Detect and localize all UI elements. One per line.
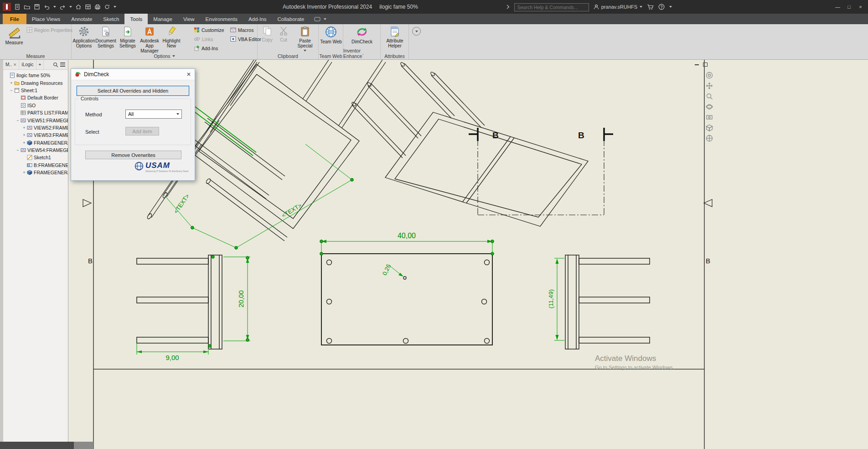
cut-button[interactable]: Cut	[277, 26, 290, 42]
tree-item-view53[interactable]: + VIEW53:FRAMEGENE...	[3, 131, 68, 139]
remove-overwrites-button[interactable]: Remove Overwrites	[85, 151, 181, 159]
tab-collaborate[interactable]: Collaborate	[272, 14, 310, 24]
tree-item-root[interactable]: ilogic fame 50%	[3, 72, 68, 79]
links-button[interactable]: Links	[194, 36, 213, 42]
print-icon[interactable]	[94, 4, 101, 10]
document-minimize-icon[interactable]	[695, 64, 699, 65]
browser-search-icon[interactable]	[53, 62, 58, 68]
full-navigation-icon[interactable]	[706, 135, 713, 142]
browser-tab-ilogic[interactable]: iLogic	[19, 60, 36, 69]
tree-item-default-border[interactable]: Default Border	[3, 94, 68, 101]
front-view[interactable]	[137, 255, 222, 349]
ribbon-display-icon[interactable]	[314, 14, 326, 24]
app-manager-button[interactable]: Autodesk App Manager	[139, 26, 160, 53]
tree-item-parts-list[interactable]: PARTS LIST:FRAMEGEN...	[3, 109, 68, 116]
tree-item-drawing-resources[interactable]: + Drawing Resources	[3, 79, 68, 86]
tab-place-views[interactable]: Place Views	[26, 14, 66, 24]
navigation-wheel-icon[interactable]	[706, 72, 713, 79]
tab-annotate[interactable]: Annotate	[66, 14, 98, 24]
tree-item-iso[interactable]: ISO	[3, 102, 68, 109]
top-view-points[interactable]	[320, 240, 494, 256]
dimcheck-dialog[interactable]: DimCheck ✕ Select All Overrides and Hidd…	[71, 68, 195, 181]
tree-item-view52[interactable]: + VIEW52:FRAMEGENE...	[3, 124, 68, 131]
browser-tab-add[interactable]: +	[36, 60, 44, 69]
add-item-button[interactable]: Add item	[125, 127, 159, 136]
orbit-icon[interactable]	[706, 103, 713, 110]
tab-tools[interactable]: Tools	[124, 14, 148, 24]
save-icon[interactable]	[34, 4, 40, 10]
panel-footer-attributes[interactable]: Attributes	[381, 53, 408, 59]
update-icon[interactable]	[104, 4, 110, 10]
maximize-button[interactable]: □	[843, 0, 855, 14]
collapse-arrow-icon[interactable]	[506, 5, 510, 9]
attribute-helper-button[interactable]: Attribute Helper	[384, 26, 406, 48]
top-view[interactable]	[321, 254, 492, 345]
side-view[interactable]	[565, 255, 650, 349]
tab-view[interactable]: View	[178, 14, 200, 24]
dimcheck-button[interactable]: DimCheck	[351, 26, 373, 44]
pan-icon[interactable]	[706, 82, 713, 89]
document-settings-button[interactable]: Document Settings	[95, 26, 116, 48]
redo-dropdown-icon[interactable]	[69, 6, 72, 8]
dim-width[interactable]: 40,00	[398, 232, 416, 240]
vba-editor-button[interactable]: VBA Editor	[230, 36, 261, 42]
side-view-dimensions[interactable]	[554, 258, 564, 340]
panel-footer-clipboard[interactable]: Clipboard	[258, 53, 318, 59]
tree-item-view54[interactable]: − VIEW54:FRAMEGENERA...	[3, 146, 68, 154]
customize-button[interactable]: Customize	[194, 27, 224, 33]
dim-hole[interactable]: 0,26	[381, 263, 392, 276]
minimize-button[interactable]: —	[832, 0, 843, 14]
panel-overflow-icon[interactable]	[412, 27, 421, 36]
paste-special-button[interactable]: Paste Special	[293, 26, 317, 52]
tab-environments[interactable]: Environments	[200, 14, 243, 24]
region-properties-button[interactable]: Region Properties	[26, 27, 72, 33]
tree-item-framegenerator-2[interactable]: + FRAMEGENERATOR...	[3, 169, 68, 176]
dim-text-override-1[interactable]: <TEXT>	[172, 193, 191, 214]
undo-icon[interactable]	[43, 4, 50, 10]
copy-button[interactable]: Copy	[259, 26, 275, 42]
close-button[interactable]: ×	[855, 0, 866, 14]
inventor-logo[interactable]	[3, 3, 11, 11]
highlight-new-button[interactable]: Highlight New	[161, 26, 182, 48]
home-icon[interactable]	[75, 4, 82, 10]
close-tab-icon[interactable]: ✕	[13, 63, 17, 67]
top-view-dimensions[interactable]	[321, 240, 492, 276]
view-cube-icon[interactable]	[706, 124, 713, 131]
dimcheck-dialog-titlebar[interactable]: DimCheck ✕	[71, 69, 195, 80]
tree-item-view51[interactable]: − VIEW51:FRAMEGENERA...	[3, 116, 68, 124]
section-cut-line[interactable]	[478, 128, 604, 215]
tree-item-b-framegenerator[interactable]: B:FRAMEGENERATO...	[3, 162, 68, 169]
tree-item-framegenerator-1[interactable]: + FRAMEGENERATOR...	[3, 139, 68, 146]
undo-dropdown-icon[interactable]	[53, 6, 56, 8]
tree-item-sheet1[interactable]: − Sheet:1	[3, 87, 68, 94]
tab-manage[interactable]: Manage	[148, 14, 178, 24]
redo-icon[interactable]	[59, 4, 66, 10]
dim-height[interactable]: 20,00	[237, 290, 245, 308]
search-input[interactable]	[514, 3, 589, 11]
migrate-settings-button[interactable]: Migrate Settings	[117, 26, 138, 48]
open-file-icon[interactable]	[24, 4, 31, 10]
tab-sketch[interactable]: Sketch	[98, 14, 124, 24]
sheet-icon[interactable]	[85, 4, 91, 10]
qat-more-icon[interactable]	[114, 6, 116, 8]
panel-footer-options[interactable]: Options	[72, 53, 257, 59]
measure-button[interactable]: Measure	[4, 26, 25, 45]
help-icon[interactable]	[658, 4, 665, 10]
add-ins-button[interactable]: Add-Ins	[194, 45, 218, 51]
dialog-close-icon[interactable]: ✕	[186, 71, 191, 78]
look-at-icon[interactable]	[706, 114, 713, 121]
application-options-button[interactable]: Application Options	[73, 26, 94, 48]
team-web-button[interactable]: Team Web	[320, 26, 342, 44]
document-restore-icon[interactable]	[703, 63, 708, 67]
status-strip-handle[interactable]	[74, 442, 93, 449]
panel-footer-measure[interactable]: Measure	[0, 53, 71, 59]
dim-depth[interactable]: 9,00	[165, 354, 179, 361]
browser-menu-icon[interactable]	[60, 63, 65, 67]
top-view-holes[interactable]	[327, 260, 490, 344]
select-all-overrides-button[interactable]: Select All Overrides and Hidden	[77, 86, 189, 96]
help-dropdown-icon[interactable]	[669, 6, 672, 8]
tree-item-sketch1[interactable]: Sketch1	[3, 154, 68, 161]
tab-file[interactable]: File	[3, 14, 26, 24]
tab-add-ins[interactable]: Add-Ins	[243, 14, 272, 24]
browser-tab-model[interactable]: M.. ✕	[3, 60, 19, 69]
